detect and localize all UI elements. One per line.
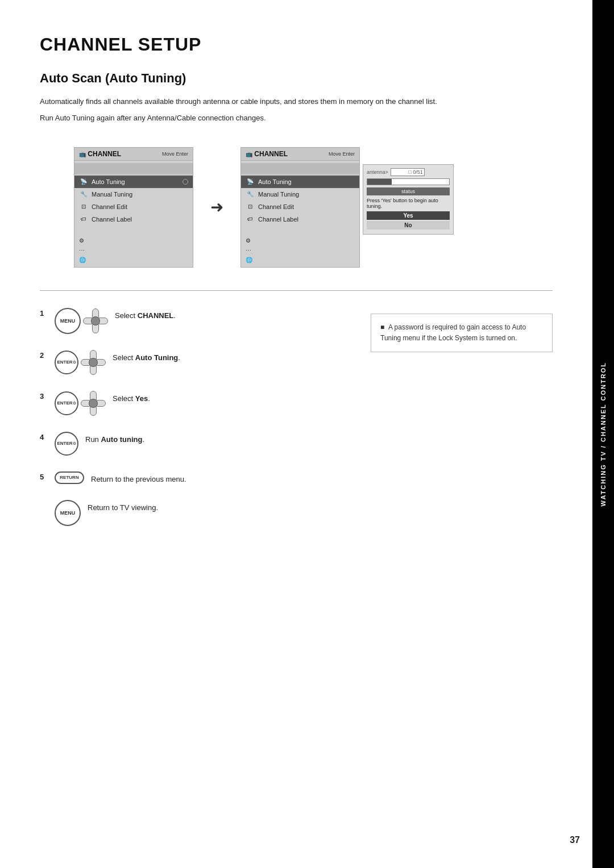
step-4-number: 4	[40, 433, 48, 441]
menu-button-6[interactable]: MENU	[55, 500, 81, 526]
step-6-buttons: MENU	[55, 500, 81, 526]
screen1-menu-manual-tuning: 🔧 Manual Tuning	[74, 188, 193, 201]
step-6: MENU Return to TV viewing.	[40, 500, 348, 526]
step-5-buttons: RETURN	[55, 471, 84, 484]
step-4-buttons: ENTER⊙	[55, 432, 78, 456]
screenshots-area: 📺 CHANNEL Move Enter 📡 Auto Tuning	[74, 147, 553, 268]
screen1-title: 📺 CHANNEL	[79, 150, 121, 158]
screen1-header: 📺 CHANNEL Move Enter	[74, 148, 193, 161]
screen2-menu-manual-tuning: 🔧 Manual Tuning	[241, 188, 359, 201]
step-2: 2 ENTER⊙ Select Auto Tuning.	[40, 350, 348, 375]
dialog-box: antenna> □ 0/51 status Press 'Yes' butto…	[363, 164, 454, 235]
screen2-menu-channel-edit: ⊡ Channel Edit	[241, 201, 359, 213]
screen1-icon-antenna: 📡	[79, 177, 88, 186]
step-3-number: 3	[40, 392, 48, 400]
sidebar-label: WATCHING TV / CHANNEL CONTROL	[600, 350, 607, 518]
dialog-input-area: antenna> □ 0/51	[367, 168, 450, 176]
dialog-status: status	[367, 187, 450, 195]
tv-screen-1: 📺 CHANNEL Move Enter 📡 Auto Tuning	[74, 147, 193, 268]
step-1-bold: CHANNEL	[138, 311, 174, 320]
page-number: 37	[570, 835, 580, 845]
step-6-number	[40, 501, 48, 510]
nav-right-1[interactable]	[99, 318, 108, 324]
screen2-icon-row3: 🌐	[241, 255, 359, 265]
step-5-text: Return to the previous menu.	[91, 475, 348, 483]
step-6-text: Return to TV viewing.	[88, 503, 348, 512]
progress-fill	[367, 179, 392, 185]
enter-button-4[interactable]: ENTER⊙	[55, 432, 78, 456]
screen2-menu-channel-label: 🏷 Channel Label	[241, 213, 359, 226]
section-title: Auto Scan (Auto Tuning)	[40, 71, 553, 86]
step-2-buttons: ENTER⊙	[55, 350, 106, 375]
page-title: CHANNEL SETUP	[40, 34, 553, 55]
step-3-bold: Yes	[135, 394, 148, 403]
nav-center-1	[91, 316, 100, 326]
nav-down-1[interactable]	[92, 324, 99, 333]
description1: Automatically finds all channels availab…	[40, 96, 553, 108]
arrow-icon: ➜	[210, 198, 223, 216]
nav-cross-2[interactable]	[81, 350, 106, 375]
step-1-text: Select CHANNEL.	[115, 311, 348, 320]
screen1-menu-auto-tuning: 📡 Auto Tuning	[74, 176, 193, 188]
screen1-icon-row1: ⚙	[74, 236, 193, 245]
dialog-input: □ 0/51	[391, 168, 425, 176]
nav-down-3[interactable]	[90, 407, 97, 416]
tv-screen-2: 📺 CHANNEL Move Enter 📡 Auto Tuning	[240, 147, 360, 268]
nav-right-3[interactable]	[97, 400, 106, 407]
screen1-icon-label: 🏷	[79, 215, 88, 224]
screen1-menu-channel-label: 🏷 Channel Label	[74, 213, 193, 226]
step-3: 3 ENTER⊙ Select Yes.	[40, 391, 348, 416]
step-4-bold: Auto tuning	[101, 435, 142, 444]
step-3-text: Select Yes.	[113, 394, 348, 403]
dialog-no-btn[interactable]: No	[367, 221, 450, 229]
screen1-icon-edit: ⊡	[79, 202, 88, 211]
screen2-nav-hints: Move Enter	[329, 151, 355, 157]
section-divider	[40, 290, 553, 291]
dialog-press-text: Press 'Yes' button to begin auto tuning.	[367, 198, 450, 209]
screen1-icon-manual: 🔧	[79, 190, 88, 199]
screen2-icon-row1: ⚙	[241, 236, 359, 245]
screen1-icon-row3: 🌐	[74, 255, 193, 265]
screen1-nav-hints: Move Enter	[162, 151, 188, 157]
screen2-icon-row2: ⋯	[241, 245, 359, 255]
step-2-bold: Auto Tuning	[135, 353, 179, 362]
tv-menu-row-placeholder-1	[74, 163, 193, 174]
step-4: 4 ENTER⊙ Run Auto tuning.	[40, 432, 348, 456]
step-3-buttons: ENTER⊙	[55, 391, 106, 416]
screen2-title: 📺 CHANNEL	[246, 150, 288, 158]
screen1-menu-channel-edit: ⊡ Channel Edit	[74, 201, 193, 213]
menu-button-1[interactable]: MENU	[55, 308, 81, 334]
tv-menu-row-placeholder-2	[241, 163, 359, 174]
nav-center-3	[89, 399, 98, 408]
screen2-menu-body: 📡 Auto Tuning 🔧 Manual Tuning ⊡ Channel …	[241, 161, 359, 267]
screen2-icon-manual: 🔧	[246, 190, 255, 199]
step-5-number: 5	[40, 473, 48, 481]
step-1-buttons: MENU	[55, 308, 108, 334]
screen2-container: 📺 CHANNEL Move Enter 📡 Auto Tuning	[240, 147, 360, 268]
screen1-icon-row2: ⋯	[74, 245, 193, 255]
step-5: 5 RETURN Return to the previous menu.	[40, 471, 348, 484]
screen2-icon-label: 🏷	[246, 215, 255, 224]
note-box: ■ A password is required to gain access …	[371, 314, 553, 352]
steps-list: 1 MENU Select CHANNEL.	[40, 308, 348, 542]
screen2-header: 📺 CHANNEL Move Enter	[241, 148, 359, 161]
dialog-progress-bar	[367, 178, 450, 185]
return-button[interactable]: RETURN	[55, 471, 84, 484]
step-1: 1 MENU Select CHANNEL.	[40, 308, 348, 334]
sidebar: WATCHING TV / CHANNEL CONTROL	[592, 0, 614, 868]
step-4-text: Run Auto tuning.	[85, 435, 348, 444]
nav-right-2[interactable]	[97, 359, 106, 366]
nav-center-2	[89, 358, 98, 367]
nav-down-2[interactable]	[90, 366, 97, 375]
step-2-text: Select Auto Tuning.	[113, 353, 348, 362]
screen2-menu-auto-tuning: 📡 Auto Tuning	[241, 176, 359, 188]
dialog-yes-btn[interactable]: Yes	[367, 211, 450, 220]
nav-cross-3[interactable]	[81, 391, 106, 416]
enter-button-2[interactable]: ENTER⊙	[55, 350, 78, 374]
nav-cross-1[interactable]	[83, 308, 108, 333]
enter-button-3[interactable]: ENTER⊙	[55, 391, 78, 415]
step-2-number: 2	[40, 351, 48, 360]
note-bullet: ■	[380, 323, 384, 331]
sidebar-label-area: WATCHING TV / CHANNEL CONTROL	[592, 0, 614, 868]
screen2-icon-edit: ⊡	[246, 202, 255, 211]
